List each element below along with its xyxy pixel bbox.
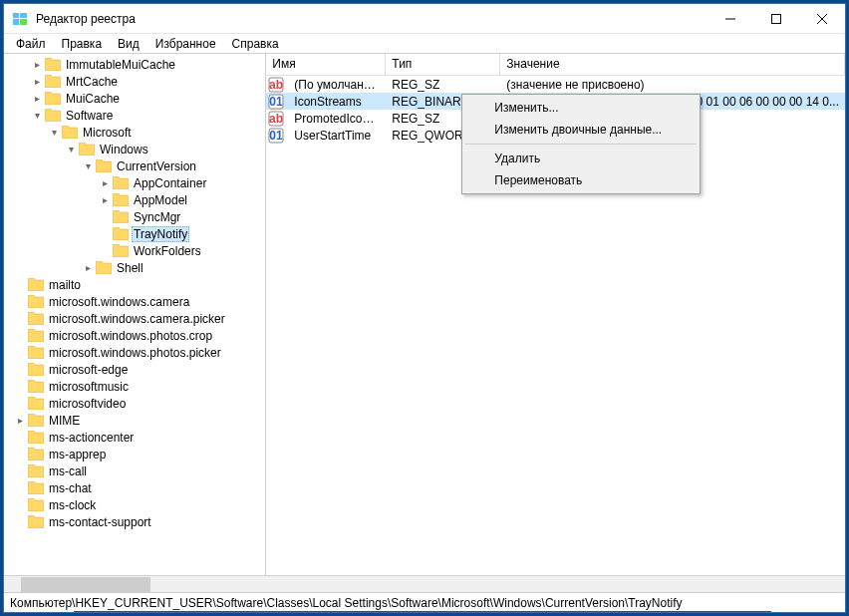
tree-item[interactable]: ▸ImmutableMuiCache [4, 56, 265, 73]
chevron-right-icon[interactable]: ▸ [29, 91, 45, 107]
tree-item[interactable]: ▾Windows [4, 141, 265, 157]
app-icon [12, 11, 28, 27]
menu-favorites[interactable]: Избранное [147, 35, 224, 53]
folder-icon [45, 108, 61, 124]
folder-icon [113, 243, 129, 259]
chevron-right-icon[interactable]: ▸ [29, 57, 45, 73]
tree-item[interactable]: ms-apprep [4, 446, 265, 462]
chevron-down-icon[interactable]: ▾ [29, 108, 45, 124]
tree-item[interactable]: microsoftvideo [4, 395, 265, 412]
titlebar[interactable]: Редактор реестра [4, 4, 845, 34]
tree-item[interactable]: ▸Shell [4, 259, 265, 276]
folder-icon [45, 57, 61, 73]
tree-item-label: Software [64, 109, 115, 123]
ctx-modify[interactable]: Изменить... [464, 97, 698, 119]
tree-item[interactable]: ▸MuiCache [4, 90, 265, 107]
tree-item[interactable]: ms-call [4, 462, 265, 479]
col-value[interactable]: Значение [500, 54, 845, 75]
tree-item-label: AppContainer [132, 176, 208, 190]
folder-icon [28, 294, 44, 310]
chevron-down-icon[interactable]: ▾ [80, 158, 96, 174]
list-pane: Имя Тип Значение ab(По умолчанию)REG_SZ(… [266, 54, 845, 575]
chevron-down-icon[interactable]: ▾ [46, 125, 62, 141]
col-type[interactable]: Тип [386, 54, 500, 75]
chevron-right-icon[interactable]: ▸ [12, 413, 28, 429]
menu-file[interactable]: Файл [8, 35, 54, 53]
value-icon: ab [268, 77, 284, 93]
tree-item[interactable]: ▸MIME [4, 412, 265, 429]
tree-item[interactable]: WorkFolders [4, 242, 265, 259]
tree-item[interactable]: ms-clock [4, 496, 265, 513]
folder-icon [45, 91, 61, 107]
window-title: Редактор реестра [36, 12, 708, 26]
chevron-right-icon[interactable]: ▸ [97, 175, 113, 191]
folder-icon [28, 480, 44, 496]
tree-scrollbar[interactable] [4, 575, 845, 592]
value-icon: ab [268, 111, 284, 127]
scrollbar-thumb[interactable] [21, 577, 150, 592]
tree-item[interactable]: microsoft.windows.camera.picker [4, 310, 265, 327]
chevron-down-icon[interactable]: ▾ [63, 142, 79, 157]
folder-icon [28, 514, 44, 530]
folder-icon [45, 74, 61, 90]
tree-item[interactable]: ms-chat [4, 479, 265, 496]
highlight-underline [74, 611, 771, 612]
tree-item-label: Shell [115, 261, 145, 275]
folder-icon [113, 226, 129, 242]
folder-icon [28, 311, 44, 327]
tree-item-label: AppModel [132, 193, 189, 207]
folder-icon [28, 430, 44, 446]
chevron-right-icon[interactable]: ▸ [29, 74, 45, 90]
tree-item[interactable]: ▾Microsoft [4, 124, 265, 141]
tree-item[interactable]: ▸AppContainer [4, 174, 265, 191]
ctx-delete[interactable]: Удалить [464, 148, 698, 169]
tree-item[interactable]: ms-actioncenter [4, 429, 265, 446]
tree-pane[interactable]: ▸ImmutableMuiCache▸MrtCache▸MuiCache▾Sof… [4, 54, 266, 575]
tree-item[interactable]: microsoft.windows.camera [4, 293, 265, 310]
tree-item-label: ms-actioncenter [47, 431, 136, 445]
tree-item[interactable]: microsoft.windows.photos.crop [4, 327, 265, 344]
tree-item-label: microsoft.windows.camera.picker [47, 312, 227, 326]
folder-icon [79, 142, 95, 157]
svg-text:01: 01 [270, 95, 284, 109]
tree-item[interactable]: microsoftmusic [4, 378, 265, 395]
menubar: Файл Правка Вид Избранное Справка [4, 34, 845, 54]
minimize-button[interactable] [708, 4, 753, 34]
menu-help[interactable]: Справка [224, 35, 287, 53]
tree-item[interactable]: SyncMgr [4, 208, 265, 225]
maximize-button[interactable] [753, 4, 799, 34]
tree-item-label: microsoft-edge [47, 363, 130, 377]
tree-item[interactable]: ▾Software [4, 107, 265, 124]
close-button[interactable] [799, 4, 845, 34]
folder-icon [28, 345, 44, 361]
tree-item[interactable]: ms-contact-support [4, 513, 265, 530]
ctx-rename[interactable]: Переименовать [464, 169, 698, 191]
tree-item[interactable]: microsoft-edge [4, 361, 265, 378]
tree-item[interactable]: mailto [4, 276, 265, 293]
tree-item-label: Microsoft [81, 126, 134, 140]
list-row[interactable]: ab(По умолчанию)REG_SZ(значение не присв… [266, 76, 845, 93]
col-name[interactable]: Имя [266, 54, 386, 75]
folder-icon [28, 396, 44, 412]
context-menu: Изменить... Изменить двоичные данные... … [461, 94, 701, 194]
svg-text:ab: ab [269, 78, 283, 92]
svg-rect-5 [772, 14, 781, 23]
value-icon: 01 [268, 128, 284, 144]
svg-rect-1 [20, 13, 27, 18]
folder-icon [28, 328, 44, 344]
ctx-modify-binary[interactable]: Изменить двоичные данные... [464, 119, 698, 141]
tree-item[interactable]: TrayNotify [4, 225, 265, 242]
menu-view[interactable]: Вид [110, 35, 147, 53]
cell-name: UserStartTime [288, 129, 386, 143]
folder-icon [113, 175, 129, 191]
tree-item[interactable]: ▸MrtCache [4, 73, 265, 90]
tree-item[interactable]: ▾CurrentVersion [4, 157, 265, 174]
chevron-right-icon[interactable]: ▸ [80, 260, 96, 276]
chevron-right-icon[interactable]: ▸ [97, 192, 113, 208]
tree-item-label: ms-chat [47, 481, 94, 495]
tree-item[interactable]: microsoft.windows.photos.picker [4, 344, 265, 361]
tree-item-label: SyncMgr [132, 210, 182, 224]
tree-item[interactable]: ▸AppModel [4, 191, 265, 208]
menu-edit[interactable]: Правка [54, 35, 111, 53]
svg-rect-0 [13, 13, 19, 18]
